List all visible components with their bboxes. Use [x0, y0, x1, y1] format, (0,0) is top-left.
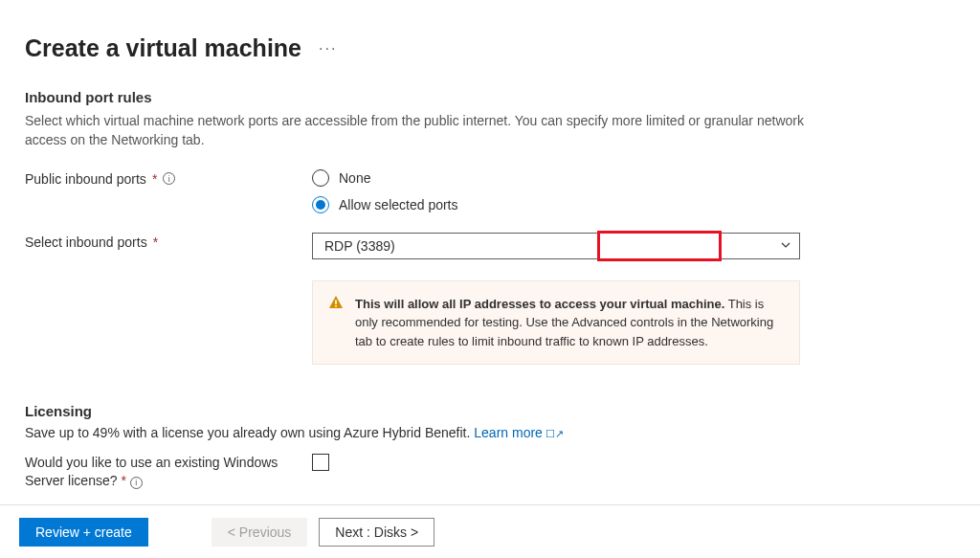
select-ports-label: Select inbound ports *	[25, 233, 312, 250]
radio-allow-label: Allow selected ports	[339, 197, 458, 212]
select-ports-dropdown[interactable]: RDP (3389)	[312, 233, 800, 259]
radio-none[interactable]: None	[312, 169, 949, 187]
radio-icon-selected	[312, 196, 329, 213]
more-actions-button[interactable]: ···	[319, 40, 337, 57]
licensing-heading: Licensing	[25, 403, 949, 419]
page-title: Create a virtual machine	[25, 34, 301, 62]
required-asterisk: *	[152, 171, 157, 187]
public-ports-label: Public inbound ports * i	[25, 169, 312, 187]
svg-rect-1	[335, 305, 337, 307]
previous-button: < Previous	[212, 518, 308, 547]
inbound-description: Select which virtual machine network por…	[25, 111, 810, 150]
warning-callout: This will allow all IP addresses to acce…	[312, 280, 800, 366]
next-button[interactable]: Next : Disks >	[319, 518, 434, 547]
radio-icon	[312, 169, 329, 187]
chevron-down-icon	[780, 238, 791, 254]
required-asterisk: *	[153, 234, 158, 250]
existing-license-label: Would you like to use an existing Window…	[25, 454, 312, 490]
learn-more-link[interactable]: Learn more☐↗	[474, 425, 564, 440]
existing-license-checkbox[interactable]	[312, 454, 329, 471]
radio-none-label: None	[339, 170, 370, 186]
external-link-icon: ☐↗	[546, 428, 564, 439]
review-create-button[interactable]: Review + create	[19, 518, 148, 547]
svg-rect-0	[335, 300, 337, 304]
warning-icon	[328, 295, 344, 351]
inbound-heading: Inbound port rules	[25, 89, 949, 105]
info-icon[interactable]: i	[163, 172, 175, 185]
info-icon[interactable]: i	[130, 477, 143, 489]
warning-bold: This will allow all IP addresses to acce…	[355, 297, 724, 311]
wizard-footer: Review + create < Previous Next : Disks …	[0, 504, 980, 558]
select-ports-value: RDP (3389)	[324, 238, 395, 254]
licensing-description: Save up to 49% with a license you alread…	[25, 425, 949, 440]
radio-allow-selected[interactable]: Allow selected ports	[312, 196, 949, 213]
